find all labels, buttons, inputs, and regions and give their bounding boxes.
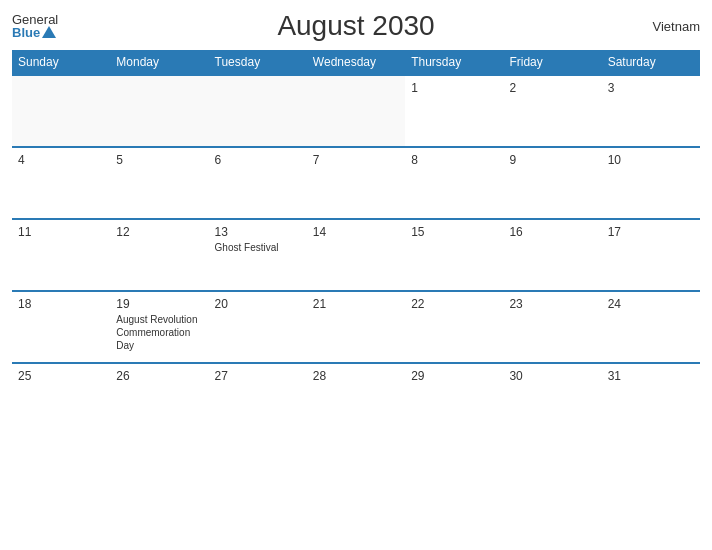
- day-number: 27: [215, 369, 301, 383]
- calendar-day-cell: 26: [110, 363, 208, 435]
- logo-blue-text: Blue: [12, 26, 58, 39]
- calendar-day-cell: [12, 75, 110, 147]
- day-number: 9: [509, 153, 595, 167]
- day-number: 15: [411, 225, 497, 239]
- weekday-header-row: Sunday Monday Tuesday Wednesday Thursday…: [12, 50, 700, 75]
- calendar-day-cell: [209, 75, 307, 147]
- calendar-week-row: 1819August Revolution Commemoration Day2…: [12, 291, 700, 363]
- day-number: 26: [116, 369, 202, 383]
- calendar-day-cell: 31: [602, 363, 700, 435]
- calendar-container: General Blue August 2030 Vietnam Sunday …: [0, 0, 712, 550]
- calendar-table: Sunday Monday Tuesday Wednesday Thursday…: [12, 50, 700, 435]
- month-title: August 2030: [277, 10, 434, 42]
- calendar-day-cell: 28: [307, 363, 405, 435]
- calendar-day-cell: 10: [602, 147, 700, 219]
- header-friday: Friday: [503, 50, 601, 75]
- header-tuesday: Tuesday: [209, 50, 307, 75]
- calendar-day-cell: 19August Revolution Commemoration Day: [110, 291, 208, 363]
- day-number: 13: [215, 225, 301, 239]
- day-number: 21: [313, 297, 399, 311]
- day-number: 14: [313, 225, 399, 239]
- day-number: 17: [608, 225, 694, 239]
- calendar-day-cell: 14: [307, 219, 405, 291]
- day-number: 25: [18, 369, 104, 383]
- event-label: August Revolution Commemoration Day: [116, 313, 202, 352]
- day-number: 18: [18, 297, 104, 311]
- calendar-day-cell: 12: [110, 219, 208, 291]
- day-number: 31: [608, 369, 694, 383]
- day-number: 4: [18, 153, 104, 167]
- calendar-day-cell: 18: [12, 291, 110, 363]
- header-wednesday: Wednesday: [307, 50, 405, 75]
- day-number: 19: [116, 297, 202, 311]
- calendar-day-cell: 5: [110, 147, 208, 219]
- calendar-day-cell: [110, 75, 208, 147]
- day-number: 16: [509, 225, 595, 239]
- calendar-day-cell: 22: [405, 291, 503, 363]
- calendar-day-cell: 9: [503, 147, 601, 219]
- calendar-day-cell: 3: [602, 75, 700, 147]
- calendar-day-cell: 29: [405, 363, 503, 435]
- calendar-week-row: 123: [12, 75, 700, 147]
- logo: General Blue: [12, 13, 58, 39]
- day-number: 28: [313, 369, 399, 383]
- day-number: 5: [116, 153, 202, 167]
- calendar-day-cell: 13Ghost Festival: [209, 219, 307, 291]
- calendar-week-row: 25262728293031: [12, 363, 700, 435]
- day-number: 23: [509, 297, 595, 311]
- day-number: 7: [313, 153, 399, 167]
- day-number: 3: [608, 81, 694, 95]
- calendar-day-cell: 30: [503, 363, 601, 435]
- calendar-day-cell: 24: [602, 291, 700, 363]
- calendar-day-cell: [307, 75, 405, 147]
- header-saturday: Saturday: [602, 50, 700, 75]
- calendar-day-cell: 4: [12, 147, 110, 219]
- calendar-day-cell: 2: [503, 75, 601, 147]
- header-sunday: Sunday: [12, 50, 110, 75]
- calendar-day-cell: 11: [12, 219, 110, 291]
- event-label: Ghost Festival: [215, 241, 301, 254]
- calendar-week-row: 111213Ghost Festival14151617: [12, 219, 700, 291]
- logo-triangle-icon: [42, 26, 56, 38]
- calendar-header: General Blue August 2030 Vietnam: [12, 10, 700, 42]
- day-number: 24: [608, 297, 694, 311]
- calendar-day-cell: 27: [209, 363, 307, 435]
- calendar-day-cell: 16: [503, 219, 601, 291]
- day-number: 2: [509, 81, 595, 95]
- day-number: 6: [215, 153, 301, 167]
- calendar-day-cell: 15: [405, 219, 503, 291]
- calendar-day-cell: 7: [307, 147, 405, 219]
- day-number: 29: [411, 369, 497, 383]
- calendar-day-cell: 17: [602, 219, 700, 291]
- calendar-day-cell: 1: [405, 75, 503, 147]
- calendar-day-cell: 6: [209, 147, 307, 219]
- calendar-day-cell: 25: [12, 363, 110, 435]
- day-number: 10: [608, 153, 694, 167]
- calendar-day-cell: 21: [307, 291, 405, 363]
- country-label: Vietnam: [653, 19, 700, 34]
- day-number: 22: [411, 297, 497, 311]
- day-number: 12: [116, 225, 202, 239]
- day-number: 20: [215, 297, 301, 311]
- header-monday: Monday: [110, 50, 208, 75]
- calendar-day-cell: 8: [405, 147, 503, 219]
- calendar-week-row: 45678910: [12, 147, 700, 219]
- header-thursday: Thursday: [405, 50, 503, 75]
- day-number: 1: [411, 81, 497, 95]
- day-number: 8: [411, 153, 497, 167]
- calendar-day-cell: 23: [503, 291, 601, 363]
- day-number: 11: [18, 225, 104, 239]
- calendar-day-cell: 20: [209, 291, 307, 363]
- day-number: 30: [509, 369, 595, 383]
